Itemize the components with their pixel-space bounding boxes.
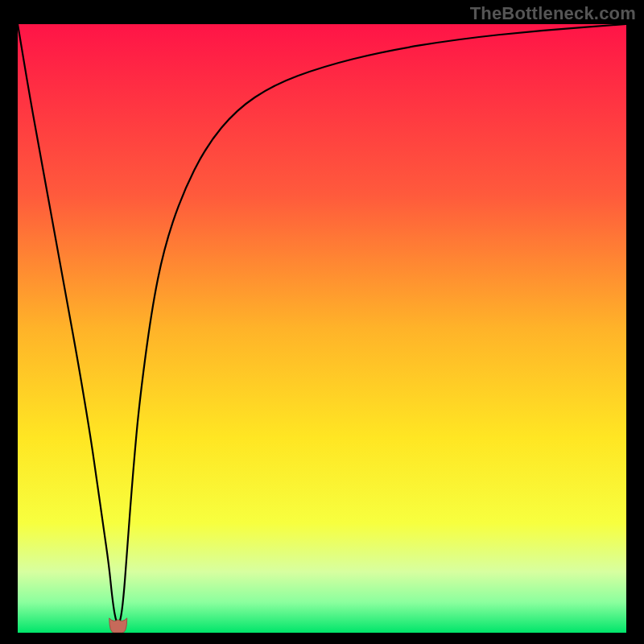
minimum-marker: [109, 618, 127, 633]
gradient-background: [18, 24, 626, 633]
chart-container: TheBottleneck.com: [0, 0, 644, 644]
chart-svg: [18, 24, 626, 633]
watermark-label: TheBottleneck.com: [470, 3, 636, 24]
plot-area: [18, 24, 626, 633]
